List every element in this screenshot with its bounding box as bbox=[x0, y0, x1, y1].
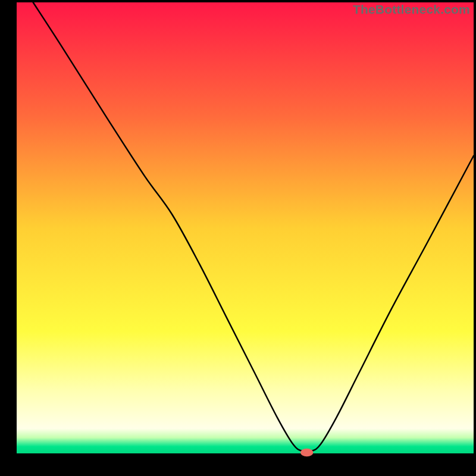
attribution-text: TheBottleneck.com bbox=[353, 2, 470, 17]
chart-svg bbox=[0, 0, 476, 476]
bottleneck-chart: TheBottleneck.com bbox=[0, 0, 476, 476]
optimal-marker bbox=[300, 449, 314, 457]
plot-area bbox=[17, 2, 474, 453]
